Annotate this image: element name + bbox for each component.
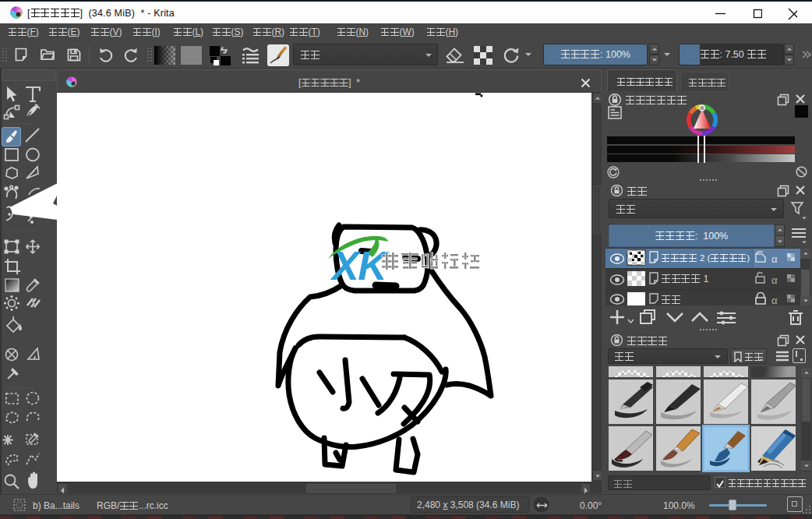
- svg-text:α: α: [771, 295, 778, 306]
- svg-text:XK: XK: [330, 243, 390, 288]
- svg-text:α: α: [771, 274, 778, 286]
- svg-text:α: α: [771, 253, 778, 265]
